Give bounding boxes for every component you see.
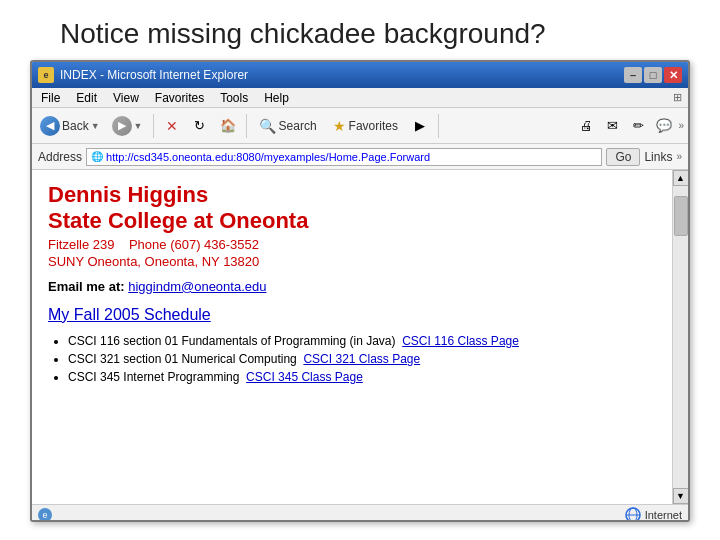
media-icon: ▶ bbox=[415, 118, 425, 133]
favorites-button[interactable]: ★ Favorites bbox=[327, 116, 404, 136]
toolbar: ◀ Back ▼ ▶ ▼ ✕ ↻ 🏠 🔍 Search ★ Favorites bbox=[32, 108, 688, 144]
content-area: Dennis Higgins State College at Oneonta … bbox=[32, 170, 688, 504]
links-chevron-icon: » bbox=[676, 151, 682, 162]
scroll-track bbox=[673, 186, 688, 488]
go-button[interactable]: Go bbox=[606, 148, 640, 166]
address-input-wrap: 🌐 bbox=[86, 148, 602, 166]
menu-help[interactable]: Help bbox=[261, 91, 292, 105]
home-button[interactable]: 🏠 bbox=[216, 114, 240, 138]
minimize-button[interactable]: – bbox=[624, 67, 642, 83]
author-name: Dennis Higgins bbox=[48, 182, 656, 208]
star-icon: ★ bbox=[333, 118, 346, 134]
favorites-label: Favorites bbox=[349, 119, 398, 133]
menu-view[interactable]: View bbox=[110, 91, 142, 105]
address-bar: Address 🌐 Go Links » bbox=[32, 144, 688, 170]
mail-icon: ✉ bbox=[607, 118, 618, 133]
back-button[interactable]: ◀ Back ▼ bbox=[36, 114, 104, 138]
search-button[interactable]: 🔍 Search bbox=[253, 116, 323, 136]
back-arrow-icon: ◀ bbox=[40, 116, 60, 136]
forward-arrow-icon: ▶ bbox=[112, 116, 132, 136]
refresh-icon: ↻ bbox=[194, 118, 205, 133]
toolbar-separator-3 bbox=[438, 114, 439, 138]
maximize-button[interactable]: □ bbox=[644, 67, 662, 83]
status-icon: e bbox=[38, 508, 52, 522]
course-116-link[interactable]: CSCI 116 Class Page bbox=[402, 334, 519, 348]
page-content: Dennis Higgins State College at Oneonta … bbox=[32, 170, 672, 504]
menu-bar: File Edit View Favorites Tools Help ⊞ bbox=[32, 88, 688, 108]
media-button[interactable]: ▶ bbox=[408, 114, 432, 138]
college-name: State College at Oneonta bbox=[48, 208, 656, 234]
forward-button[interactable]: ▶ ▼ bbox=[108, 114, 147, 138]
stop-button[interactable]: ✕ bbox=[160, 114, 184, 138]
course-345-text: CSCI 345 Internet Programming bbox=[68, 370, 239, 384]
menu-edit[interactable]: Edit bbox=[73, 91, 100, 105]
email-link[interactable]: higgindm@oneonta.edu bbox=[128, 279, 266, 294]
back-dropdown-icon: ▼ bbox=[91, 121, 100, 131]
scroll-down-arrow[interactable]: ▼ bbox=[673, 488, 689, 504]
discuss-button[interactable]: 💬 bbox=[652, 114, 676, 138]
forward-dropdown-icon: ▼ bbox=[134, 121, 143, 131]
edit-icon: ✏ bbox=[633, 118, 644, 133]
course-item-321: CSCI 321 section 01 Numerical Computing … bbox=[68, 352, 656, 366]
course-321-text: CSCI 321 section 01 Numerical Computing bbox=[68, 352, 297, 366]
print-icon: 🖨 bbox=[580, 118, 593, 133]
menu-favorites[interactable]: Favorites bbox=[152, 91, 207, 105]
back-label: Back bbox=[62, 119, 89, 133]
stop-icon: ✕ bbox=[166, 118, 178, 134]
course-345-link[interactable]: CSCI 345 Class Page bbox=[246, 370, 363, 384]
course-item-116: CSCI 116 section 01 Fundamentals of Prog… bbox=[68, 334, 656, 348]
page-icon: 🌐 bbox=[91, 151, 103, 162]
ie-window: e INDEX - Microsoft Internet Explorer – … bbox=[30, 60, 690, 522]
scroll-thumb[interactable] bbox=[674, 196, 688, 236]
discuss-icon: 💬 bbox=[656, 118, 672, 133]
zone-label: Internet bbox=[645, 509, 682, 521]
mailing-address: SUNY Oneonta, Oneonta, NY 13820 bbox=[48, 254, 656, 269]
toolbar-separator-2 bbox=[246, 114, 247, 138]
office-phone: Fitzelle 239 Phone (607) 436-3552 bbox=[48, 237, 656, 252]
print-button[interactable]: 🖨 bbox=[574, 114, 598, 138]
home-icon: 🏠 bbox=[220, 118, 236, 133]
course-item-345: CSCI 345 Internet Programming CSCI 345 C… bbox=[68, 370, 656, 384]
course-321-link[interactable]: CSCI 321 Class Page bbox=[303, 352, 420, 366]
course-116-text: CSCI 116 section 01 Fundamentals of Prog… bbox=[68, 334, 396, 348]
address-input[interactable] bbox=[106, 151, 597, 163]
links-button[interactable]: Links bbox=[644, 150, 672, 164]
toolbar-separator-1 bbox=[153, 114, 154, 138]
close-button[interactable]: ✕ bbox=[664, 67, 682, 83]
course-list: CSCI 116 section 01 Fundamentals of Prog… bbox=[48, 334, 656, 384]
window-title: INDEX - Microsoft Internet Explorer bbox=[60, 68, 624, 82]
scroll-up-arrow[interactable]: ▲ bbox=[673, 170, 689, 186]
windows-flag-icon: ⊞ bbox=[673, 91, 682, 104]
menu-file[interactable]: File bbox=[38, 91, 63, 105]
address-label: Address bbox=[38, 150, 82, 164]
search-icon: 🔍 bbox=[259, 118, 276, 134]
ie-icon: e bbox=[38, 67, 54, 83]
status-bar: e Internet bbox=[32, 504, 688, 522]
search-label: Search bbox=[279, 119, 317, 133]
scrollbar[interactable]: ▲ ▼ bbox=[672, 170, 688, 504]
menu-tools[interactable]: Tools bbox=[217, 91, 251, 105]
title-bar-buttons: – □ ✕ bbox=[624, 67, 682, 83]
schedule-link[interactable]: My Fall 2005 Schedule bbox=[48, 306, 656, 324]
refresh-button[interactable]: ↻ bbox=[188, 114, 212, 138]
slide-title: Notice missing chickadee background? bbox=[0, 0, 720, 60]
mail-button[interactable]: ✉ bbox=[600, 114, 624, 138]
title-bar: e INDEX - Microsoft Internet Explorer – … bbox=[32, 62, 688, 88]
toolbar-right-icons: 🖨 ✉ ✏ 💬 » bbox=[574, 114, 684, 138]
globe-icon bbox=[625, 507, 641, 523]
email-prefix: Email me at: bbox=[48, 279, 125, 294]
edit-button[interactable]: ✏ bbox=[626, 114, 650, 138]
email-section: Email me at: higgindm@oneonta.edu bbox=[48, 279, 656, 294]
toolbar-more-button[interactable]: » bbox=[678, 114, 684, 138]
status-zone: Internet bbox=[625, 507, 682, 523]
